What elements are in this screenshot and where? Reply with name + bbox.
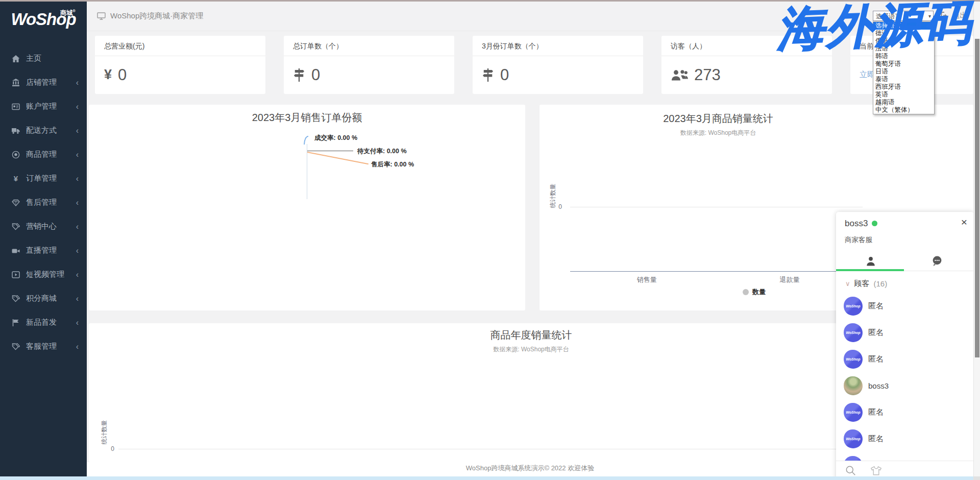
visitor-section-header[interactable]: ∨ 顾客 (16) — [836, 277, 974, 290]
visitor-row[interactable]: WoShop 匿名 — [836, 293, 974, 319]
chevron-left-icon: ‹ — [76, 127, 79, 135]
truck-icon — [11, 127, 20, 135]
users-icon — [671, 69, 688, 81]
sidebar-item-service[interactable]: 客服管理 ‹ — [0, 334, 87, 358]
pie-label-unpaid-rate: 待支付率: 0.00 % — [357, 147, 407, 156]
language-option[interactable]: 日语 — [873, 68, 934, 76]
sidebar-item-label: 订单管理 — [26, 174, 57, 183]
tshirt-icon[interactable] — [870, 466, 882, 476]
sidebar-item-points[interactable]: 积分商城 ‹ — [0, 286, 87, 310]
sidebar-item-label: 直播管理 — [26, 246, 57, 255]
chevron-left-icon: ‹ — [76, 295, 79, 303]
chart-title: 2023年3月销售订单份额 — [89, 111, 525, 125]
account-card-icon — [11, 103, 20, 111]
language-option[interactable]: 中文（繁体） — [873, 106, 934, 114]
stat-value: 273 — [694, 66, 721, 84]
legend-label: 数量 — [752, 287, 766, 297]
language-select-value: 选择语言 — [876, 13, 901, 20]
tab-conversations[interactable] — [922, 253, 952, 269]
signpost-icon — [293, 68, 305, 82]
logout-label: 退出 — [952, 11, 967, 20]
tags-icon — [11, 343, 20, 351]
visitor-row[interactable]: WoShop 匿名 — [836, 346, 974, 372]
visitor-row[interactable]: boss3 — [836, 372, 974, 399]
sidebar-item-orders[interactable]: ¥ 订单管理 ‹ — [0, 166, 87, 190]
chart-subtitle: 数据来源: WoShop电商平台 — [540, 129, 897, 137]
chevron-left-icon: ‹ — [76, 319, 79, 327]
visitor-row[interactable]: WoShop 匿名 — [836, 399, 974, 425]
section-title: 顾客 — [854, 279, 870, 289]
language-option[interactable]: 韩语 — [873, 53, 934, 60]
language-option[interactable]: 越南语 — [873, 99, 934, 106]
visitor-name: 匿名 — [868, 407, 884, 417]
stat-label: 总订单数（个） — [284, 36, 454, 56]
pie-leader-line — [307, 151, 353, 151]
sidebar-nav: 主页 店铺管理 ‹ 账户管理 ‹ 配送方式 ‹ 商品管理 ‹ ¥ 订单管理 ‹ — [0, 46, 87, 358]
tab-visitors[interactable] — [855, 253, 886, 269]
tags-icon — [11, 295, 20, 303]
app-logo[interactable]: 商城® WoShop — [0, 10, 87, 40]
stat-label: 访客（人） — [662, 36, 832, 56]
chat-agent-name: boss3 — [845, 219, 877, 229]
home-icon — [11, 55, 20, 63]
logout-button[interactable]: 退出 — [940, 11, 967, 20]
visitor-name: 匿名 — [868, 434, 884, 444]
sidebar-item-newproduct[interactable]: 新品首发 ‹ — [0, 310, 87, 334]
sidebar-item-live[interactable]: 直播管理 ‹ — [0, 238, 87, 262]
sidebar-item-label: 账户管理 — [26, 102, 57, 111]
language-select[interactable]: 选择语言 ▾ — [873, 11, 934, 21]
chart-legend[interactable]: 数量 — [743, 287, 766, 297]
sidebar-item-shortvideo[interactable]: 短视频管理 ‹ — [0, 262, 87, 286]
sidebar-item-marketing[interactable]: 营销中心 ‹ — [0, 214, 87, 238]
tags-icon — [11, 223, 20, 231]
stat-value: 0 — [311, 66, 320, 84]
chevron-left-icon: ‹ — [76, 271, 79, 279]
avatar: WoShop — [844, 297, 863, 316]
chevron-down-icon: ∨ — [845, 280, 850, 287]
x-category-sales: 销售量 — [606, 275, 688, 284]
language-option[interactable]: 葡萄牙语 — [873, 60, 934, 68]
avatar: WoShop — [844, 403, 863, 422]
language-option[interactable]: 西班牙语 — [873, 83, 934, 91]
language-option[interactable]: 英语 — [873, 91, 934, 99]
stat-value: 0 — [118, 66, 127, 84]
topbar: WoShop跨境商城·商家管理 — [87, 2, 980, 31]
close-icon[interactable]: × — [961, 217, 967, 227]
language-option[interactable]: 俄语 — [873, 37, 934, 45]
language-option[interactable]: 法语 — [873, 45, 934, 53]
sidebar-item-aftersale[interactable]: 售后管理 ‹ — [0, 190, 87, 214]
bank-icon — [11, 79, 20, 87]
avatar: WoShop — [844, 323, 863, 342]
visitor-row[interactable]: WoShop 匿名 — [836, 425, 974, 452]
sidebar-item-shop[interactable]: 店铺管理 ‹ — [0, 70, 87, 94]
goods-ball-icon — [11, 151, 20, 159]
stat-card-month-orders: 3月份订单数（个） 0 — [473, 36, 643, 94]
sidebar-item-goods[interactable]: 商品管理 ‹ — [0, 142, 87, 166]
y-axis-tick: 0 — [104, 445, 114, 452]
active-tab-indicator — [836, 269, 904, 271]
online-status-dot — [872, 221, 877, 226]
stat-label: 总营业额(元) — [95, 36, 265, 56]
sidebar-item-home[interactable]: 主页 — [0, 46, 87, 70]
y-axis-tick: 0 — [552, 203, 562, 210]
visitor-name: 匿名 — [868, 301, 884, 311]
search-icon[interactable] — [845, 465, 856, 476]
chevron-left-icon: ‹ — [76, 199, 79, 207]
visitor-row[interactable]: WoShop 匿名 — [836, 319, 974, 346]
registered-mark: ® — [72, 9, 76, 13]
pie-slice-line-blue — [304, 136, 308, 145]
stat-card-revenue: 总营业额(元) ¥ 0 — [95, 36, 265, 94]
language-option[interactable]: 德语 — [873, 30, 934, 37]
scrollbar-thumb[interactable] — [975, 39, 979, 357]
yen-icon: ¥ — [11, 175, 20, 183]
sidebar-item-delivery[interactable]: 配送方式 ‹ — [0, 118, 87, 142]
sidebar-item-label: 客服管理 — [26, 342, 57, 351]
chevron-left-icon: ‹ — [76, 151, 79, 159]
sidebar-item-label: 配送方式 — [26, 126, 57, 135]
sidebar-item-account[interactable]: 账户管理 ‹ — [0, 94, 87, 118]
vertical-scrollbar[interactable] — [973, 2, 980, 476]
horizontal-scrollbar[interactable] — [0, 476, 973, 480]
language-option[interactable]: 选择语言 — [873, 22, 934, 30]
language-option[interactable]: 泰语 — [873, 76, 934, 83]
chevron-left-icon: ‹ — [76, 175, 79, 183]
